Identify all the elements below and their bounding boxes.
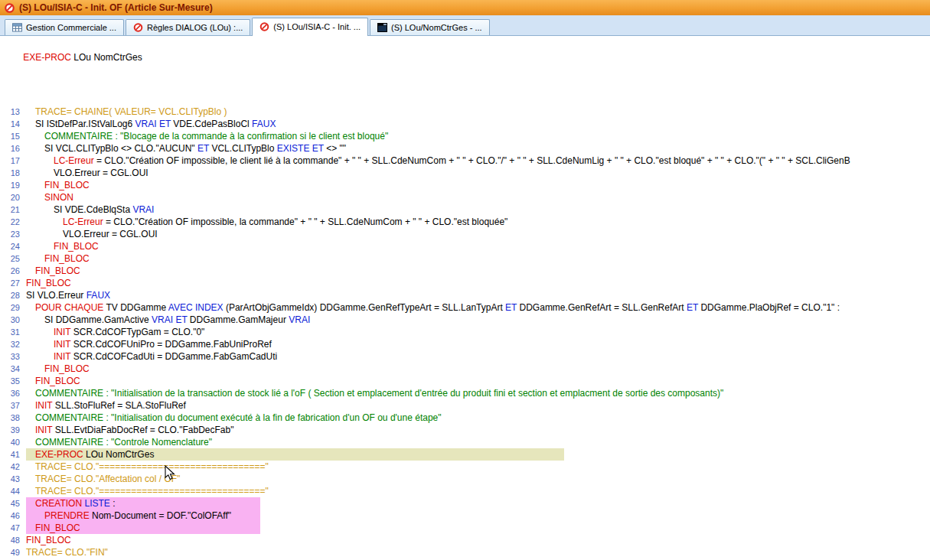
- line-number: 15: [0, 130, 20, 142]
- code-line[interactable]: 31INIT SCR.CdCOFTypGam = CLO."0": [0, 326, 930, 338]
- code-line[interactable]: 16SI VCL.CLITypBlo <> CLO."AUCUN" ET VCL…: [0, 142, 930, 155]
- line-number: 21: [0, 203, 20, 216]
- tab-label: (S) LOu/NomCtrGes - ...: [391, 23, 482, 32]
- line-number: 33: [0, 350, 20, 363]
- code-text: FIN_BLOC: [26, 534, 71, 546]
- code-line[interactable]: 43TRACE= CLO."Affectation col / OF": [0, 473, 930, 485]
- procedure-header-pane: EXE-PROC LOu NomCtrGes: [0, 36, 930, 104]
- title-bar: (S) LOu/ISIA-C - Init. OF (Article Sur-M…: [0, 0, 930, 15]
- code-text: INIT SLL.EvtDiaFabDocRef = CLO."FabDecFa…: [26, 424, 233, 436]
- tab-lou-isia-c[interactable]: (S) LOu/ISIA-C - Init. ...: [252, 18, 368, 36]
- code-text: CREATION LISTE :: [26, 497, 260, 510]
- code-line[interactable]: 47FIN_BLOC: [0, 522, 930, 534]
- code-line[interactable]: 27FIN_BLOC: [0, 277, 930, 289]
- code-line[interactable]: 14SI IStDefPar.IStValLog6 VRAI ET VDE.Cd…: [0, 118, 930, 130]
- code-text: TRACE= CHAINE( VALEUR= VCL.CLITypBlo ): [26, 106, 227, 118]
- code-line[interactable]: 24FIN_BLOC: [0, 240, 930, 252]
- code-text: COMMENTAIRE : "Controle Nomenclature": [26, 436, 212, 448]
- code-text: COMMENTAIRE : "Initialisation de la tran…: [26, 387, 723, 399]
- code-line[interactable]: 21SI VDE.CdeBlqSta VRAI: [0, 203, 930, 216]
- code-line[interactable]: 40COMMENTAIRE : "Controle Nomenclature": [0, 436, 930, 448]
- tab-bar: Gestion Commerciale ... Règles DIALOG (L…: [0, 15, 930, 36]
- code-line[interactable]: 20SINON: [0, 191, 930, 203]
- code-text: FIN_BLOC: [26, 265, 80, 277]
- code-text: TRACE= CLO."Affectation col / OF": [26, 473, 180, 485]
- line-number: 49: [0, 546, 20, 558]
- code-line[interactable]: 46PRENDRE Nom-Document = DOF."ColOFAff": [0, 510, 930, 522]
- code-text: INIT SCR.CdCOFTypGam = CLO."0": [26, 326, 204, 338]
- line-number: 44: [0, 485, 20, 497]
- tab-label: Règles DIALOG (LOu) :...: [147, 23, 243, 32]
- code-line[interactable]: 37INIT SLL.StoFluRef = SLA.StoFluRef: [0, 399, 930, 412]
- code-line[interactable]: 34FIN_BLOC: [0, 363, 930, 375]
- code-text: FIN_BLOC: [26, 375, 80, 387]
- code-line[interactable]: 29POUR CHAQUE TV DDGamme AVEC INDEX (Par…: [0, 301, 930, 314]
- grid-icon: [12, 23, 22, 32]
- code-text: FIN_BLOC: [26, 179, 90, 191]
- code-line[interactable]: 32INIT SCR.CdCOFUniPro = DDGamme.FabUniP…: [0, 338, 930, 350]
- line-number: 35: [0, 375, 20, 387]
- code-line[interactable]: 38COMMENTAIRE : "Initialisation du docum…: [0, 412, 930, 424]
- code-text: INIT SCR.CdCOFCadUti = DDGamme.FabGamCad…: [26, 350, 277, 363]
- line-number: 47: [0, 522, 20, 534]
- code-line[interactable]: 25FIN_BLOC: [0, 252, 930, 265]
- line-number: 45: [0, 497, 20, 510]
- code-text: INIT SLL.StoFluRef = SLA.StoFluRef: [26, 399, 186, 412]
- code-line[interactable]: 44TRACE= CLO."==========================…: [0, 485, 930, 497]
- line-number: 31: [0, 326, 20, 338]
- code-line[interactable]: 13TRACE= CHAINE( VALEUR= VCL.CLITypBlo ): [0, 106, 930, 118]
- code-line[interactable]: 22LC-Erreur = CLO."Création OF impossibl…: [0, 216, 930, 228]
- code-line[interactable]: 48FIN_BLOC: [0, 534, 930, 546]
- line-number: 43: [0, 473, 20, 485]
- code-line[interactable]: 45CREATION LISTE :: [0, 497, 930, 510]
- code-line[interactable]: 19FIN_BLOC: [0, 179, 930, 191]
- tab-gestion-commerciale[interactable]: Gestion Commerciale ...: [5, 19, 124, 35]
- line-number: 39: [0, 424, 20, 436]
- procedure-keyword: EXE-PROC: [23, 52, 71, 63]
- code-line[interactable]: 41EXE-PROC LOu NomCtrGes: [0, 448, 930, 461]
- code-text: FIN_BLOC: [26, 252, 90, 265]
- line-number: 42: [0, 461, 20, 473]
- line-number: 22: [0, 216, 20, 228]
- procedure-name: LOu NomCtrGes: [71, 52, 142, 63]
- code-text: COMMENTAIRE : "Initialisation du documen…: [26, 412, 442, 424]
- code-text: SI IStDefPar.IStValLog6 VRAI ET VDE.CdeP…: [26, 118, 276, 130]
- line-number: 25: [0, 252, 20, 265]
- code-line[interactable]: 28SI VLO.Erreur FAUX: [0, 289, 930, 301]
- code-text: SINON: [26, 191, 73, 203]
- code-line[interactable]: 15COMMENTAIRE : "Blocage de la commande …: [0, 130, 930, 142]
- code-line[interactable]: 35FIN_BLOC: [0, 375, 930, 387]
- code-line[interactable]: 18VLO.Erreur = CGL.OUI: [0, 167, 930, 179]
- code-line[interactable]: 42TRACE= CLO."==========================…: [0, 461, 930, 473]
- code-line[interactable]: 36COMMENTAIRE : "Initialisation de la tr…: [0, 387, 930, 399]
- code-line[interactable]: 26FIN_BLOC: [0, 265, 930, 277]
- code-text: POUR CHAQUE TV DDGamme AVEC INDEX (ParAr…: [26, 301, 840, 314]
- code-editor[interactable]: 13TRACE= CHAINE( VALEUR= VCL.CLITypBlo )…: [0, 104, 930, 558]
- tab-lou-nomctrges[interactable]: (S) LOu/NomCtrGes - ...: [370, 19, 490, 35]
- code-text: TRACE= CLO."FIN": [26, 546, 108, 558]
- tab-regles-dialog[interactable]: Règles DIALOG (LOu) :...: [126, 19, 250, 35]
- line-number: 34: [0, 363, 20, 375]
- line-number: 16: [0, 142, 20, 155]
- code-line[interactable]: 39INIT SLL.EvtDiaFabDocRef = CLO."FabDec…: [0, 424, 930, 436]
- code-text: SI VDE.CdeBlqSta VRAI: [26, 203, 154, 216]
- line-number: 48: [0, 534, 20, 546]
- line-number: 13: [0, 106, 20, 118]
- code-text: TRACE= CLO."============================…: [26, 485, 269, 497]
- window-title: (S) LOu/ISIA-C - Init. OF (Article Sur-M…: [19, 2, 213, 13]
- tab-label: Gestion Commerciale ...: [26, 23, 116, 32]
- code-text: INIT SCR.CdCOFUniPro = DDGamme.FabUniPro…: [26, 338, 272, 350]
- line-number: 18: [0, 167, 20, 179]
- line-number: 23: [0, 228, 20, 240]
- code-line[interactable]: 17LC-Erreur = CLO."Création OF impossibl…: [0, 155, 930, 167]
- code-line[interactable]: 49TRACE= CLO."FIN": [0, 546, 930, 558]
- code-line[interactable]: 30SI DDGamme.GamActive VRAI ET DDGamme.G…: [0, 314, 930, 326]
- code-line[interactable]: 23VLO.Erreur = CGL.OUI: [0, 228, 930, 240]
- code-line[interactable]: 33INIT SCR.CdCOFCadUti = DDGamme.FabGamC…: [0, 350, 930, 363]
- code-text: FIN_BLOC: [26, 277, 71, 289]
- dialog-red-icon: [133, 23, 143, 32]
- line-number: 30: [0, 314, 20, 326]
- line-number: 24: [0, 240, 20, 252]
- line-number: 26: [0, 265, 20, 277]
- code-text: FIN_BLOC: [26, 522, 260, 534]
